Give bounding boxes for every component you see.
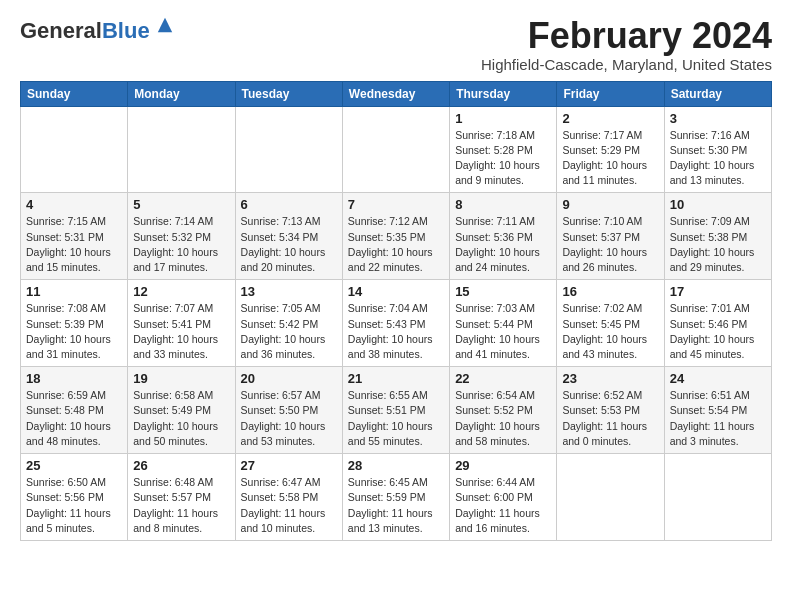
day-number: 25	[26, 458, 122, 473]
day-number: 29	[455, 458, 551, 473]
day-number: 24	[670, 371, 766, 386]
week-row-4: 25Sunrise: 6:50 AMSunset: 5:56 PMDayligh…	[21, 454, 772, 541]
day-number: 2	[562, 111, 658, 126]
day-cell: 22Sunrise: 6:54 AMSunset: 5:52 PMDayligh…	[450, 367, 557, 454]
day-info: Sunrise: 7:09 AMSunset: 5:38 PMDaylight:…	[670, 214, 766, 275]
header-tuesday: Tuesday	[235, 81, 342, 106]
header-friday: Friday	[557, 81, 664, 106]
day-cell: 11Sunrise: 7:08 AMSunset: 5:39 PMDayligh…	[21, 280, 128, 367]
day-info: Sunrise: 7:08 AMSunset: 5:39 PMDaylight:…	[26, 301, 122, 362]
day-cell: 24Sunrise: 6:51 AMSunset: 5:54 PMDayligh…	[664, 367, 771, 454]
day-cell: 18Sunrise: 6:59 AMSunset: 5:48 PMDayligh…	[21, 367, 128, 454]
calendar-body: 1Sunrise: 7:18 AMSunset: 5:28 PMDaylight…	[21, 106, 772, 540]
day-info: Sunrise: 7:03 AMSunset: 5:44 PMDaylight:…	[455, 301, 551, 362]
day-info: Sunrise: 7:10 AMSunset: 5:37 PMDaylight:…	[562, 214, 658, 275]
day-info: Sunrise: 6:47 AMSunset: 5:58 PMDaylight:…	[241, 475, 337, 536]
logo-icon	[156, 16, 174, 34]
day-cell: 5Sunrise: 7:14 AMSunset: 5:32 PMDaylight…	[128, 193, 235, 280]
day-number: 18	[26, 371, 122, 386]
day-cell: 21Sunrise: 6:55 AMSunset: 5:51 PMDayligh…	[342, 367, 449, 454]
svg-marker-0	[158, 18, 172, 32]
day-info: Sunrise: 7:13 AMSunset: 5:34 PMDaylight:…	[241, 214, 337, 275]
day-info: Sunrise: 7:17 AMSunset: 5:29 PMDaylight:…	[562, 128, 658, 189]
day-info: Sunrise: 7:05 AMSunset: 5:42 PMDaylight:…	[241, 301, 337, 362]
day-cell: 10Sunrise: 7:09 AMSunset: 5:38 PMDayligh…	[664, 193, 771, 280]
day-number: 8	[455, 197, 551, 212]
day-number: 11	[26, 284, 122, 299]
calendar-header: SundayMondayTuesdayWednesdayThursdayFrid…	[21, 81, 772, 106]
day-info: Sunrise: 7:14 AMSunset: 5:32 PMDaylight:…	[133, 214, 229, 275]
day-cell: 16Sunrise: 7:02 AMSunset: 5:45 PMDayligh…	[557, 280, 664, 367]
day-number: 21	[348, 371, 444, 386]
day-cell: 6Sunrise: 7:13 AMSunset: 5:34 PMDaylight…	[235, 193, 342, 280]
day-info: Sunrise: 7:15 AMSunset: 5:31 PMDaylight:…	[26, 214, 122, 275]
logo: GeneralBlue	[20, 20, 174, 42]
day-number: 26	[133, 458, 229, 473]
day-info: Sunrise: 6:48 AMSunset: 5:57 PMDaylight:…	[133, 475, 229, 536]
day-info: Sunrise: 6:58 AMSunset: 5:49 PMDaylight:…	[133, 388, 229, 449]
day-number: 3	[670, 111, 766, 126]
day-cell	[21, 106, 128, 193]
day-number: 16	[562, 284, 658, 299]
day-number: 4	[26, 197, 122, 212]
day-cell	[664, 454, 771, 541]
day-info: Sunrise: 7:16 AMSunset: 5:30 PMDaylight:…	[670, 128, 766, 189]
day-number: 17	[670, 284, 766, 299]
week-row-0: 1Sunrise: 7:18 AMSunset: 5:28 PMDaylight…	[21, 106, 772, 193]
day-info: Sunrise: 6:54 AMSunset: 5:52 PMDaylight:…	[455, 388, 551, 449]
day-cell: 13Sunrise: 7:05 AMSunset: 5:42 PMDayligh…	[235, 280, 342, 367]
day-number: 9	[562, 197, 658, 212]
day-cell: 7Sunrise: 7:12 AMSunset: 5:35 PMDaylight…	[342, 193, 449, 280]
day-number: 1	[455, 111, 551, 126]
week-row-1: 4Sunrise: 7:15 AMSunset: 5:31 PMDaylight…	[21, 193, 772, 280]
day-cell: 19Sunrise: 6:58 AMSunset: 5:49 PMDayligh…	[128, 367, 235, 454]
day-number: 14	[348, 284, 444, 299]
day-number: 20	[241, 371, 337, 386]
day-number: 6	[241, 197, 337, 212]
day-number: 5	[133, 197, 229, 212]
day-cell	[342, 106, 449, 193]
week-row-2: 11Sunrise: 7:08 AMSunset: 5:39 PMDayligh…	[21, 280, 772, 367]
day-number: 13	[241, 284, 337, 299]
day-cell: 23Sunrise: 6:52 AMSunset: 5:53 PMDayligh…	[557, 367, 664, 454]
day-number: 12	[133, 284, 229, 299]
day-cell: 27Sunrise: 6:47 AMSunset: 5:58 PMDayligh…	[235, 454, 342, 541]
day-info: Sunrise: 7:12 AMSunset: 5:35 PMDaylight:…	[348, 214, 444, 275]
day-cell	[128, 106, 235, 193]
day-cell: 4Sunrise: 7:15 AMSunset: 5:31 PMDaylight…	[21, 193, 128, 280]
day-number: 23	[562, 371, 658, 386]
day-number: 10	[670, 197, 766, 212]
day-number: 7	[348, 197, 444, 212]
day-info: Sunrise: 7:11 AMSunset: 5:36 PMDaylight:…	[455, 214, 551, 275]
day-number: 22	[455, 371, 551, 386]
day-cell	[235, 106, 342, 193]
day-info: Sunrise: 7:01 AMSunset: 5:46 PMDaylight:…	[670, 301, 766, 362]
header-monday: Monday	[128, 81, 235, 106]
calendar-table: SundayMondayTuesdayWednesdayThursdayFrid…	[20, 81, 772, 541]
day-cell: 2Sunrise: 7:17 AMSunset: 5:29 PMDaylight…	[557, 106, 664, 193]
header-wednesday: Wednesday	[342, 81, 449, 106]
day-cell: 25Sunrise: 6:50 AMSunset: 5:56 PMDayligh…	[21, 454, 128, 541]
day-cell: 29Sunrise: 6:44 AMSunset: 6:00 PMDayligh…	[450, 454, 557, 541]
day-info: Sunrise: 7:04 AMSunset: 5:43 PMDaylight:…	[348, 301, 444, 362]
day-info: Sunrise: 6:52 AMSunset: 5:53 PMDaylight:…	[562, 388, 658, 449]
day-number: 27	[241, 458, 337, 473]
header-saturday: Saturday	[664, 81, 771, 106]
day-info: Sunrise: 6:44 AMSunset: 6:00 PMDaylight:…	[455, 475, 551, 536]
header-row: SundayMondayTuesdayWednesdayThursdayFrid…	[21, 81, 772, 106]
day-number: 19	[133, 371, 229, 386]
month-title: February 2024	[481, 16, 772, 56]
day-info: Sunrise: 6:45 AMSunset: 5:59 PMDaylight:…	[348, 475, 444, 536]
day-cell: 15Sunrise: 7:03 AMSunset: 5:44 PMDayligh…	[450, 280, 557, 367]
day-info: Sunrise: 7:07 AMSunset: 5:41 PMDaylight:…	[133, 301, 229, 362]
logo-blue: Blue	[102, 18, 150, 43]
day-number: 28	[348, 458, 444, 473]
day-info: Sunrise: 7:18 AMSunset: 5:28 PMDaylight:…	[455, 128, 551, 189]
day-cell: 26Sunrise: 6:48 AMSunset: 5:57 PMDayligh…	[128, 454, 235, 541]
day-cell: 8Sunrise: 7:11 AMSunset: 5:36 PMDaylight…	[450, 193, 557, 280]
header-sunday: Sunday	[21, 81, 128, 106]
location-title: Highfield-Cascade, Maryland, United Stat…	[481, 56, 772, 73]
day-info: Sunrise: 7:02 AMSunset: 5:45 PMDaylight:…	[562, 301, 658, 362]
day-cell: 3Sunrise: 7:16 AMSunset: 5:30 PMDaylight…	[664, 106, 771, 193]
day-info: Sunrise: 6:55 AMSunset: 5:51 PMDaylight:…	[348, 388, 444, 449]
